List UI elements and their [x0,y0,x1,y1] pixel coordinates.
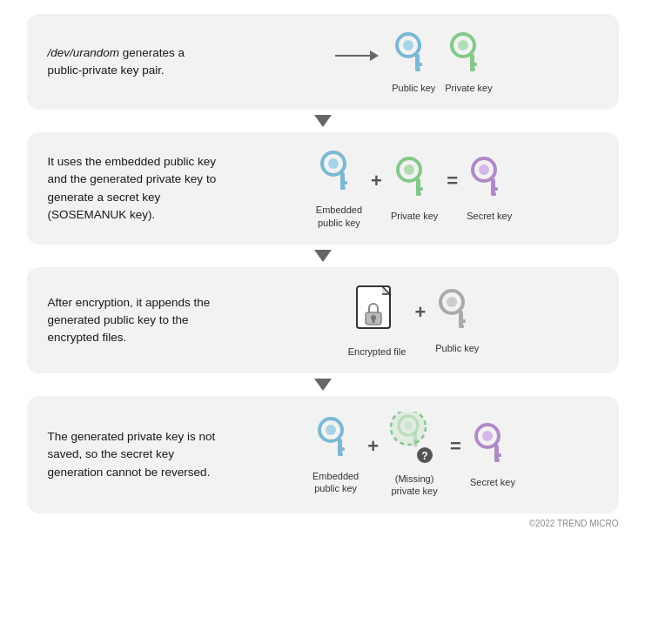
svg-rect-8 [470,63,477,66]
step-box-2: It uses the embedded public key and the … [27,132,619,245]
svg-point-1 [403,40,413,50]
svg-point-41 [404,421,413,430]
missing-key-icon-4: ? [387,412,441,469]
embedded-public-key-item-2: Embeddedpublic key [316,148,362,229]
encrypted-file-icon-3 [352,283,402,342]
embedded-public-key-icon-2 [316,148,361,200]
svg-rect-13 [340,181,347,184]
svg-rect-38 [338,453,343,456]
svg-point-11 [328,158,339,169]
private-key-label-1: Private key [445,82,492,94]
step-box-3: After encryption, it appends the generat… [27,267,619,373]
svg-rect-14 [340,186,346,190]
public-key-item-1: Public key [391,30,436,94]
svg-rect-44 [413,444,418,447]
private-key-item-2: Private key [391,154,438,222]
svg-rect-9 [470,68,475,71]
public-key-label-1: Public key [392,82,435,94]
diagram-container: /dev/urandom generates a public-private … [14,14,631,528]
equals-operator-4: = [450,435,461,458]
public-key-label-3: Public key [435,342,479,354]
svg-rect-31 [459,311,463,326]
svg-point-16 [404,164,414,175]
step-text-1: /dev/urandom generates a public-private … [48,44,222,80]
svg-rect-49 [494,445,499,460]
svg-point-21 [479,164,489,175]
embedded-public-key-label-2: Embeddedpublic key [316,204,362,229]
svg-rect-37 [338,447,345,451]
svg-rect-43 [413,439,420,443]
arrow-down-1 [314,115,332,127]
svg-rect-18 [416,187,423,191]
svg-rect-50 [494,453,501,457]
svg-rect-42 [413,433,417,446]
svg-rect-33 [459,325,464,328]
svg-rect-23 [491,187,498,191]
secret-key-item-2: Secret key [467,154,512,222]
svg-rect-12 [340,172,345,188]
arrow-down-3 [314,379,332,391]
svg-point-6 [458,40,468,50]
svg-rect-24 [491,192,496,196]
step-box-1: /dev/urandom generates a public-private … [27,14,619,110]
svg-rect-28 [373,319,375,323]
svg-rect-19 [416,192,421,196]
svg-rect-2 [415,54,420,70]
svg-point-48 [482,431,493,441]
svg-rect-3 [415,63,422,66]
public-key-icon-1 [391,30,436,78]
plus-operator-2: + [371,170,382,192]
svg-rect-4 [415,68,420,71]
svg-rect-7 [470,54,474,70]
embedded-public-key-icon-4 [313,414,359,466]
equals-operator-2: = [447,170,458,192]
step-text-2: It uses the embedded public key and the … [48,153,222,224]
secret-key-icon-4 [470,420,515,473]
arrow-down-2 [314,250,332,262]
step-text-3: After encryption, it appends the generat… [48,294,222,347]
secret-key-item-4: Secret key [470,420,515,488]
public-key-icon-3 [434,286,480,339]
secret-key-label-2: Secret key [467,210,512,222]
encrypted-file-item-3: Encrypted file [348,283,406,358]
step-visual-1: Public key Private key [231,30,598,94]
missing-key-dotted-wrap: ? [387,412,441,469]
private-key-icon-1 [446,30,491,78]
missing-key-item-4: ? (Missing)private key [387,412,441,498]
encrypted-file-label-3: Encrypted file [348,345,406,358]
svg-text:?: ? [421,450,427,462]
embedded-public-key-label-4: Embeddedpublic key [312,470,359,495]
arrow-right-icon [335,50,379,61]
svg-point-30 [447,297,457,307]
public-key-item-3: Public key [434,286,480,354]
plus-operator-4: + [367,435,379,458]
plus-operator-3: + [414,301,426,324]
private-key-icon-2 [392,154,437,206]
step-box-4: The generated private key is not saved, … [27,396,619,513]
private-key-item-1: Private key [445,30,492,94]
svg-rect-36 [338,439,342,454]
svg-rect-32 [459,319,466,323]
step-visual-2: Embeddedpublic key + Private key = [231,148,598,229]
svg-rect-22 [491,178,495,194]
embedded-public-key-item-4: Embeddedpublic key [312,414,359,495]
private-key-label-2: Private key [391,210,438,222]
secret-key-label-4: Secret key [470,476,515,488]
svg-rect-51 [494,459,500,462]
missing-key-label-4: (Missing)private key [392,473,438,498]
svg-point-35 [326,425,336,435]
step-visual-4: Embeddedpublic key + [231,412,598,498]
step-visual-3: Encrypted file + Public key [231,283,598,358]
svg-rect-17 [416,178,420,194]
secret-key-icon-2 [467,154,512,206]
copyright-text: ©2022 TREND MICRO [27,519,619,528]
step-text-4: The generated private key is not saved, … [48,428,222,481]
